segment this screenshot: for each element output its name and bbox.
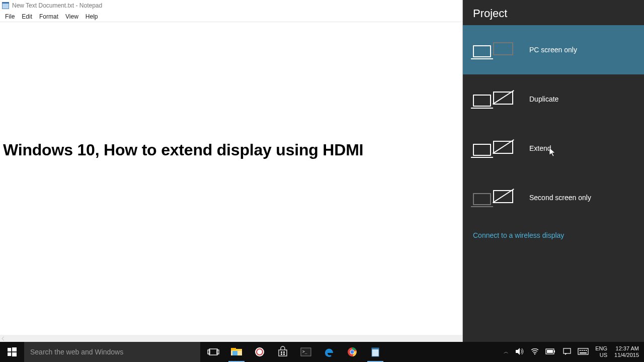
svg-rect-9 bbox=[231, 348, 236, 350]
taskbar-search[interactable]: Search the web and Windows bbox=[24, 342, 200, 362]
language-indicator[interactable]: ENG US bbox=[595, 345, 607, 358]
windows-logo-icon bbox=[8, 347, 17, 356]
task-view-icon bbox=[208, 348, 218, 356]
terminal-icon: >_ bbox=[301, 348, 311, 356]
svg-rect-34 bbox=[580, 352, 587, 353]
project-item-label: Duplicate bbox=[529, 95, 558, 103]
network-icon[interactable] bbox=[531, 348, 539, 356]
svg-rect-14 bbox=[279, 350, 287, 356]
clock-time: 12:37 AM bbox=[616, 345, 639, 352]
svg-rect-29 bbox=[554, 350, 555, 352]
menu-edit[interactable]: Edit bbox=[19, 12, 35, 21]
system-tray: ︿ ENG US 12:37 AM 11/4/2015 bbox=[499, 342, 644, 362]
svg-rect-1 bbox=[8, 348, 11, 351]
pc-screen-only-icon bbox=[473, 42, 515, 57]
task-view-button[interactable] bbox=[203, 342, 223, 362]
lang-line1: ENG bbox=[595, 345, 607, 352]
taskbar-pin-chrome[interactable] bbox=[342, 342, 362, 362]
svg-marker-26 bbox=[516, 348, 520, 355]
volume-icon[interactable] bbox=[516, 348, 524, 356]
notepad-textarea[interactable]: Windows 10, How to extend display using … bbox=[0, 22, 462, 342]
svg-rect-11 bbox=[232, 351, 237, 355]
menu-file[interactable]: File bbox=[2, 12, 18, 21]
svg-rect-2 bbox=[12, 347, 17, 351]
taskbar-pin-file-explorer[interactable] bbox=[226, 342, 247, 362]
file-explorer-icon bbox=[231, 348, 242, 356]
svg-rect-18 bbox=[283, 353, 285, 355]
svg-rect-25 bbox=[372, 348, 379, 349]
notepad-titlebar[interactable]: New Text Document.txt - Notepad bbox=[0, 0, 462, 11]
edge-icon bbox=[324, 347, 334, 357]
circle-app-icon bbox=[255, 347, 265, 357]
svg-rect-33 bbox=[578, 348, 588, 354]
project-item-second-screen-only[interactable]: Second screen only bbox=[463, 173, 644, 222]
project-item-label: Extend bbox=[529, 144, 551, 152]
chrome-icon bbox=[347, 347, 357, 357]
menu-help[interactable]: Help bbox=[83, 12, 101, 21]
project-title: Project bbox=[463, 0, 644, 25]
keyboard-icon[interactable] bbox=[578, 348, 588, 356]
project-flyout: Project PC screen only Duplicate Extend … bbox=[463, 0, 644, 342]
svg-rect-15 bbox=[281, 351, 282, 353]
taskbar-pin-store[interactable] bbox=[273, 342, 293, 362]
taskbar-pin-terminal[interactable]: >_ bbox=[296, 342, 316, 362]
taskbar: Search the web and Windows bbox=[0, 342, 644, 362]
svg-point-27 bbox=[534, 353, 535, 354]
project-item-extend[interactable]: Extend bbox=[463, 124, 644, 173]
connect-wireless-display-link[interactable]: Connect to a wireless display bbox=[463, 222, 644, 248]
taskbar-pinned-area: >_ bbox=[200, 342, 388, 362]
notepad-icon bbox=[2, 2, 9, 9]
start-button[interactable] bbox=[0, 342, 24, 362]
duplicate-icon bbox=[473, 92, 515, 107]
clock-date: 11/4/2015 bbox=[614, 352, 639, 358]
svg-rect-5 bbox=[209, 349, 217, 355]
second-screen-only-icon bbox=[473, 190, 515, 205]
svg-rect-4 bbox=[12, 352, 17, 356]
svg-text:>_: >_ bbox=[302, 349, 307, 354]
taskbar-pin-edge[interactable] bbox=[319, 342, 339, 362]
svg-rect-36 bbox=[582, 350, 583, 351]
tray-overflow-button[interactable]: ︿ bbox=[504, 348, 509, 355]
svg-rect-30 bbox=[547, 350, 553, 353]
svg-rect-3 bbox=[8, 352, 11, 356]
svg-rect-7 bbox=[217, 350, 219, 354]
project-item-duplicate[interactable]: Duplicate bbox=[463, 74, 644, 124]
search-placeholder: Search the web and Windows bbox=[30, 348, 123, 356]
horizontal-scrollbar[interactable] bbox=[0, 335, 462, 342]
svg-rect-38 bbox=[586, 350, 587, 351]
notepad-window: New Text Document.txt - Notepad File Edi… bbox=[0, 0, 463, 342]
notepad-title: New Text Document.txt - Notepad bbox=[12, 2, 102, 9]
clock[interactable]: 12:37 AM 11/4/2015 bbox=[614, 345, 639, 358]
battery-icon[interactable] bbox=[546, 348, 556, 356]
svg-rect-6 bbox=[208, 350, 210, 354]
svg-rect-16 bbox=[283, 351, 285, 353]
project-item-pc-screen-only[interactable]: PC screen only bbox=[463, 25, 644, 74]
svg-rect-37 bbox=[584, 350, 585, 351]
svg-rect-17 bbox=[281, 353, 282, 355]
taskbar-pin-notepad[interactable] bbox=[365, 342, 385, 362]
taskbar-pin-app-a[interactable] bbox=[250, 342, 270, 362]
notepad-menubar: File Edit Format View Help bbox=[0, 11, 462, 22]
extend-icon bbox=[473, 141, 515, 156]
notepad-content: Windows 10, How to extend display using … bbox=[3, 141, 459, 159]
menu-view[interactable]: View bbox=[62, 12, 82, 21]
svg-point-23 bbox=[351, 350, 354, 354]
menu-format[interactable]: Format bbox=[36, 12, 61, 21]
lang-line2: US bbox=[600, 352, 607, 358]
project-item-label: Second screen only bbox=[529, 194, 591, 202]
svg-rect-31 bbox=[564, 348, 571, 353]
project-item-label: PC screen only bbox=[529, 46, 577, 54]
svg-rect-35 bbox=[580, 350, 581, 351]
store-icon bbox=[278, 347, 287, 356]
action-center-icon[interactable] bbox=[563, 348, 571, 356]
notepad-taskbar-icon bbox=[371, 347, 379, 357]
